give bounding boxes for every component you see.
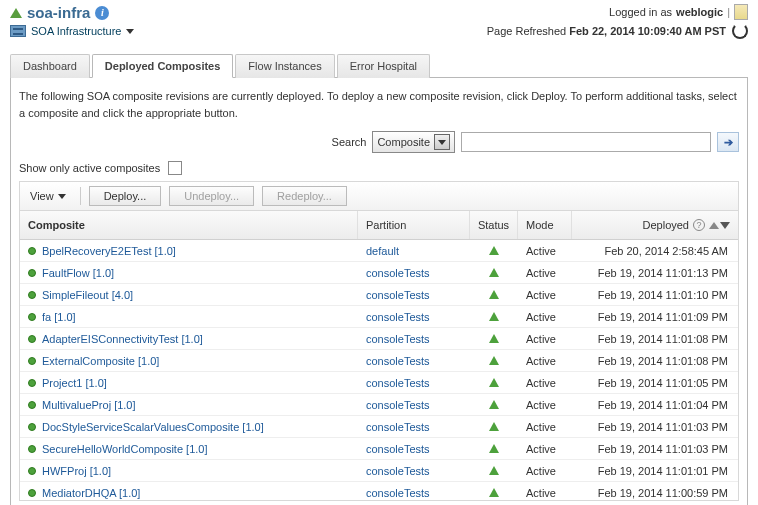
partition-link[interactable]: consoleTests	[358, 267, 470, 279]
status-up-icon	[489, 444, 499, 453]
composite-link[interactable]: FaultFlow [1.0]	[42, 267, 114, 279]
deployed-value: Feb 19, 2014 11:01:04 PM	[572, 399, 738, 411]
mode-value: Active	[518, 355, 572, 367]
undeploy-button[interactable]: Undeploy...	[169, 186, 254, 206]
partition-link[interactable]: consoleTests	[358, 399, 470, 411]
deployed-value: Feb 19, 2014 11:01:13 PM	[572, 267, 738, 279]
status-dot-icon	[28, 401, 36, 409]
table-row[interactable]: ExternalComposite [1.0]consoleTestsActiv…	[20, 350, 738, 372]
partition-link[interactable]: consoleTests	[358, 487, 470, 499]
mode-value: Active	[518, 311, 572, 323]
status-dot-icon	[28, 291, 36, 299]
view-menu[interactable]: View	[24, 188, 72, 204]
composite-link[interactable]: BpelRecoveryE2ETest [1.0]	[42, 245, 176, 257]
composite-link[interactable]: ExternalComposite [1.0]	[42, 355, 159, 367]
table-row[interactable]: MultivalueProj [1.0]consoleTestsActiveFe…	[20, 394, 738, 416]
search-input[interactable]	[461, 132, 711, 152]
status-up-icon	[489, 268, 499, 277]
composite-link[interactable]: AdapterEISConnectivityTest [1.0]	[42, 333, 203, 345]
sort-desc-icon	[720, 222, 730, 229]
active-only-checkbox[interactable]	[168, 161, 182, 175]
composite-link[interactable]: DocStyleServiceScalarValuesComposite [1.…	[42, 421, 264, 433]
deployed-value: Feb 20, 2014 2:58:45 AM	[572, 245, 738, 257]
tab-flow-instances[interactable]: Flow Instances	[235, 54, 334, 78]
col-deployed[interactable]: Deployed ?	[572, 211, 738, 239]
table-row[interactable]: SecureHelloWorldComposite [1.0]consoleTe…	[20, 438, 738, 460]
partition-link[interactable]: consoleTests	[358, 377, 470, 389]
deploy-button[interactable]: Deploy...	[89, 186, 162, 206]
mode-value: Active	[518, 465, 572, 477]
composite-link[interactable]: fa [1.0]	[42, 311, 76, 323]
chevron-down-icon	[438, 140, 446, 145]
help-icon[interactable]: ?	[693, 219, 705, 231]
mode-value: Active	[518, 289, 572, 301]
composite-link[interactable]: MediatorDHQA [1.0]	[42, 487, 140, 499]
table-row[interactable]: AdapterEISConnectivityTest [1.0]consoleT…	[20, 328, 738, 350]
search-type-select[interactable]: Composite	[372, 131, 455, 153]
login-prefix: Logged in as	[609, 6, 672, 18]
composite-link[interactable]: MultivalueProj [1.0]	[42, 399, 136, 411]
status-up-icon	[489, 246, 499, 255]
tabs: Dashboard Deployed Composites Flow Insta…	[10, 53, 748, 78]
partition-link[interactable]: consoleTests	[358, 465, 470, 477]
composite-link[interactable]: HWFProj [1.0]	[42, 465, 111, 477]
col-mode[interactable]: Mode	[518, 211, 572, 239]
status-up-icon	[489, 466, 499, 475]
deployed-value: Feb 19, 2014 11:01:08 PM	[572, 355, 738, 367]
partition-link[interactable]: consoleTests	[358, 311, 470, 323]
partition-link[interactable]: consoleTests	[358, 333, 470, 345]
login-info: Logged in as weblogic |	[609, 4, 748, 20]
info-icon[interactable]: i	[95, 6, 109, 20]
note-icon[interactable]	[734, 4, 748, 20]
table-row[interactable]: FaultFlow [1.0]consoleTestsActiveFeb 19,…	[20, 262, 738, 284]
table-row[interactable]: SimpleFileout [4.0]consoleTestsActiveFeb…	[20, 284, 738, 306]
composites-table: Composite Partition Status Mode Deployed…	[19, 210, 739, 501]
deployed-value: Feb 19, 2014 11:01:08 PM	[572, 333, 738, 345]
page-title: soa-infra	[27, 4, 90, 21]
col-status[interactable]: Status	[470, 211, 518, 239]
status-dot-icon	[28, 247, 36, 255]
deployed-value: Feb 19, 2014 11:01:01 PM	[572, 465, 738, 477]
status-up-icon	[489, 290, 499, 299]
partition-link[interactable]: default	[358, 245, 470, 257]
status-up-icon	[489, 400, 499, 409]
deployed-value: Feb 19, 2014 11:00:59 PM	[572, 487, 738, 499]
deployed-value: Feb 19, 2014 11:01:03 PM	[572, 443, 738, 455]
table-row[interactable]: HWFProj [1.0]consoleTestsActiveFeb 19, 2…	[20, 460, 738, 482]
table-row[interactable]: MediatorDHQA [1.0]consoleTestsActiveFeb …	[20, 482, 738, 500]
search-label: Search	[332, 136, 367, 148]
login-user: weblogic	[676, 6, 723, 18]
partition-link[interactable]: consoleTests	[358, 289, 470, 301]
search-go-button[interactable]: ➔	[717, 132, 739, 152]
deployed-value: Feb 19, 2014 11:01:03 PM	[572, 421, 738, 433]
tab-error-hospital[interactable]: Error Hospital	[337, 54, 430, 78]
partition-link[interactable]: consoleTests	[358, 421, 470, 433]
tab-dashboard[interactable]: Dashboard	[10, 54, 90, 78]
mode-value: Active	[518, 245, 572, 257]
col-partition[interactable]: Partition	[358, 211, 470, 239]
deployed-value: Feb 19, 2014 11:01:10 PM	[572, 289, 738, 301]
col-composite[interactable]: Composite	[20, 211, 358, 239]
tab-deployed-composites[interactable]: Deployed Composites	[92, 54, 234, 78]
table-row[interactable]: Project1 [1.0]consoleTestsActiveFeb 19, …	[20, 372, 738, 394]
table-row[interactable]: DocStyleServiceScalarValuesComposite [1.…	[20, 416, 738, 438]
mode-value: Active	[518, 377, 572, 389]
infra-icon	[10, 25, 26, 37]
refresh-icon[interactable]	[732, 23, 748, 39]
table-row[interactable]: BpelRecoveryE2ETest [1.0]defaultActiveFe…	[20, 240, 738, 262]
status-dot-icon	[28, 313, 36, 321]
status-up-icon	[489, 422, 499, 431]
sort-icons[interactable]	[709, 222, 730, 229]
composite-link[interactable]: SecureHelloWorldComposite [1.0]	[42, 443, 207, 455]
status-up-icon	[489, 356, 499, 365]
composite-link[interactable]: Project1 [1.0]	[42, 377, 107, 389]
infra-menu[interactable]: SOA Infrastructure	[10, 25, 134, 37]
redeploy-button[interactable]: Redeploy...	[262, 186, 347, 206]
status-up-icon	[10, 8, 22, 18]
composite-link[interactable]: SimpleFileout [4.0]	[42, 289, 133, 301]
partition-link[interactable]: consoleTests	[358, 355, 470, 367]
status-up-icon	[489, 312, 499, 321]
table-row[interactable]: fa [1.0]consoleTestsActiveFeb 19, 2014 1…	[20, 306, 738, 328]
partition-link[interactable]: consoleTests	[358, 443, 470, 455]
mode-value: Active	[518, 487, 572, 499]
